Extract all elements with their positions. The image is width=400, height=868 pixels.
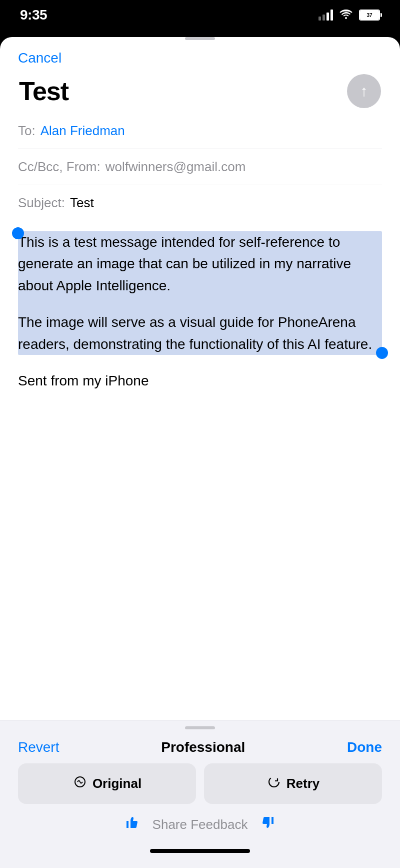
mode-label: Professional	[161, 739, 245, 755]
original-label: Original	[92, 776, 142, 791]
email-title: Test	[19, 76, 68, 106]
subject-label: Subject:	[18, 195, 65, 211]
original-button[interactable]: Original	[18, 763, 196, 804]
status-icons: 37	[318, 8, 380, 22]
bottom-panel: Revert Professional Done Original Retry	[0, 720, 400, 868]
email-signoff: Sent from my iPhone	[18, 370, 382, 391]
to-field-row: To: Alan Friedman	[18, 113, 382, 149]
to-value[interactable]: Alan Friedman	[40, 123, 125, 139]
cancel-button[interactable]: Cancel	[18, 50, 62, 66]
send-button[interactable]: ↑	[347, 74, 381, 108]
email-body-paragraph1: This is a test message intended for self…	[18, 231, 382, 355]
original-icon	[72, 774, 88, 793]
action-buttons: Original Retry	[0, 763, 400, 814]
retry-button[interactable]: Retry	[204, 763, 382, 804]
wifi-icon	[339, 8, 353, 22]
retry-label: Retry	[286, 776, 320, 791]
selected-text[interactable]: This is a test message intended for self…	[18, 231, 382, 355]
cc-bcc-value[interactable]: wolfwinners@gmail.com	[106, 159, 246, 175]
battery-icon: 37	[359, 10, 380, 21]
mode-row: Revert Professional Done	[0, 729, 400, 763]
send-arrow-icon: ↑	[360, 84, 368, 99]
selection-handle-left	[12, 227, 24, 239]
battery-level: 37	[360, 11, 379, 20]
status-time: 9:35	[20, 7, 47, 23]
status-bar: 9:35 37	[0, 0, 400, 30]
thumbs-up-icon[interactable]	[124, 814, 140, 835]
feedback-row: Share Feedback	[0, 814, 400, 845]
done-button[interactable]: Done	[347, 739, 382, 755]
cc-bcc-field-row: Cc/Bcc, From: wolfwinners@gmail.com	[18, 149, 382, 185]
revert-button[interactable]: Revert	[18, 739, 59, 755]
subject-field-row: Subject: Test	[18, 185, 382, 221]
form-fields: To: Alan Friedman Cc/Bcc, From: wolfwinn…	[0, 113, 400, 221]
cc-bcc-label: Cc/Bcc, From:	[18, 159, 100, 175]
home-indicator	[150, 849, 250, 853]
thumbs-down-icon[interactable]	[260, 814, 276, 835]
email-body[interactable]: This is a test message intended for self…	[0, 221, 400, 401]
to-label: To:	[18, 123, 36, 139]
selection-handle-right	[376, 347, 388, 359]
retry-icon	[266, 774, 282, 793]
sheet-header: Cancel Test ↑	[0, 40, 400, 113]
signal-icon	[318, 10, 333, 21]
subject-value[interactable]: Test	[70, 195, 94, 211]
feedback-label: Share Feedback	[152, 817, 248, 832]
email-title-row: Test ↑	[18, 74, 382, 108]
